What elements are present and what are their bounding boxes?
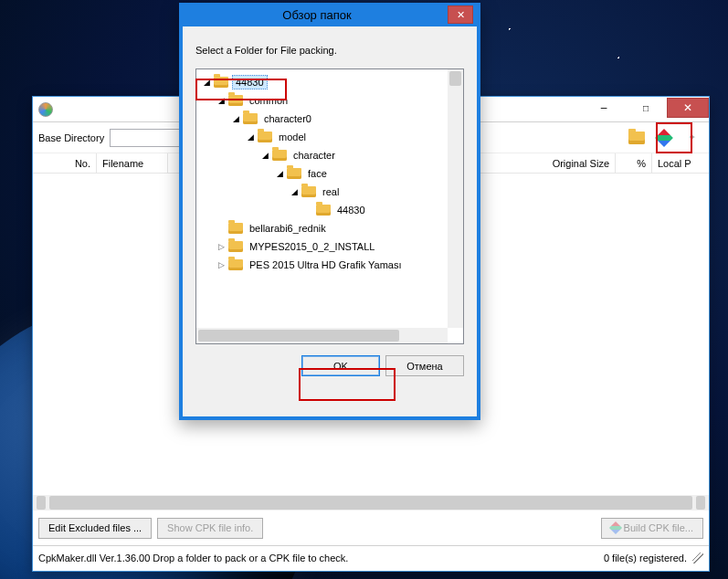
tree-node-label: 44830 [232, 75, 268, 89]
tree-node[interactable]: ◢character0 [198, 110, 461, 128]
tools-button: ✦ [680, 126, 703, 150]
tree-node[interactable]: ◢real [198, 183, 461, 201]
tree-node[interactable]: ◢character [198, 146, 461, 164]
folder-icon [301, 186, 316, 197]
open-folder-button[interactable] [625, 126, 649, 150]
folder-icon [228, 259, 243, 270]
base-directory-label: Base Directory [38, 132, 104, 143]
close-button[interactable]: ✕ [667, 98, 709, 118]
folder-icon [258, 132, 272, 142]
tree-node[interactable]: ▷PES 2015 Ultra HD Grafik Yaması [198, 256, 461, 274]
folder-icon [316, 205, 331, 216]
arrow-expanded-icon[interactable]: ◢ [260, 151, 270, 160]
folder-tree[interactable]: ◢44830◢common◢character0◢model◢character… [195, 68, 464, 344]
horizontal-scrollbar[interactable] [33, 495, 709, 511]
tree-vertical-scrollbar[interactable] [448, 69, 463, 328]
app-icon [38, 102, 53, 117]
tree-node[interactable]: ▷MYPES2015_0_2_INSTALL [198, 237, 461, 256]
tree-node-label: PES 2015 Ultra HD Grafik Yaması [247, 258, 405, 271]
arrow-collapsed-icon[interactable]: ▷ [216, 242, 227, 251]
tree-node-label: MYPES2015_0_2_INSTALL [247, 240, 377, 253]
tree-node-label: character0 [261, 112, 314, 125]
base-directory-input[interactable] [110, 129, 183, 147]
folder-icon [243, 113, 258, 124]
tree-horizontal-scrollbar[interactable] [196, 328, 448, 343]
arrow-expanded-icon[interactable]: ◢ [290, 187, 300, 196]
status-bar: CpkMaker.dll Ver.1.36.00 Drop a folder t… [33, 545, 709, 569]
folder-icon [628, 132, 645, 144]
settings-button[interactable] [652, 126, 676, 150]
arrow-collapsed-icon[interactable]: ▷ [216, 260, 227, 269]
minimize-button[interactable]: – [583, 98, 625, 118]
status-text-right: 0 file(s) registered. [604, 553, 687, 563]
folder-browse-dialog: Обзор папок ✕ Select a Folder for File p… [179, 3, 480, 420]
tree-node[interactable]: ◢face [198, 164, 461, 183]
tree-node-label: common [247, 94, 290, 107]
arrow-expanded-icon[interactable]: ◢ [246, 132, 256, 142]
tree-node-label: bellarabi6_rednik [247, 222, 329, 235]
folder-icon [228, 95, 243, 106]
status-text-left: CpkMaker.dll Ver.1.36.00 Drop a folder t… [38, 553, 348, 563]
show-cpk-info-button: Show CPK file info. [157, 518, 263, 539]
maximize-button[interactable]: □ [625, 98, 667, 118]
col-filename[interactable]: Filename [97, 153, 168, 173]
tree-node[interactable]: ◢common [198, 91, 461, 110]
tree-node[interactable]: ◢44830 [198, 73, 461, 91]
dialog-title: Обзор папок [186, 8, 448, 22]
build-cpk-button: Build CPK file... [601, 518, 703, 539]
dialog-message: Select a Folder for File packing. [195, 45, 464, 56]
arrow-expanded-icon[interactable]: ◢ [216, 96, 227, 105]
dialog-close-button[interactable]: ✕ [448, 5, 473, 24]
folder-icon [214, 77, 228, 88]
bottom-buttons: Edit Excluded files ... Show CPK file in… [33, 511, 709, 545]
gem-icon [609, 521, 622, 534]
arrow-expanded-icon[interactable]: ◢ [275, 169, 285, 178]
col-no[interactable]: No. [33, 153, 97, 173]
folder-icon [287, 168, 301, 179]
col-pct[interactable]: % [616, 153, 652, 173]
tree-node-label: 44830 [334, 204, 368, 216]
tree-node[interactable]: bellarabi6_rednik [198, 219, 461, 237]
gem-icon [655, 129, 673, 147]
tree-node-label: character [290, 149, 338, 162]
ok-button[interactable]: OK [301, 355, 380, 376]
tree-node-label: model [276, 131, 309, 143]
tree-node-label: face [305, 167, 330, 180]
arrow-expanded-icon[interactable]: ◢ [202, 78, 212, 87]
tree-node-label: real [320, 185, 342, 198]
edit-excluded-button[interactable]: Edit Excluded files ... [38, 518, 152, 539]
folder-icon [228, 223, 243, 234]
col-origsize[interactable]: Original Size [524, 153, 616, 173]
tree-node[interactable]: 44830 [198, 201, 461, 219]
cancel-button[interactable]: Отмена [385, 355, 464, 376]
tree-node[interactable]: ◢model [198, 128, 461, 146]
resize-grip[interactable] [692, 553, 703, 563]
folder-icon [228, 241, 243, 252]
col-localpath[interactable]: Local P [652, 153, 709, 173]
folder-icon [272, 150, 287, 161]
arrow-expanded-icon[interactable]: ◢ [231, 114, 241, 123]
